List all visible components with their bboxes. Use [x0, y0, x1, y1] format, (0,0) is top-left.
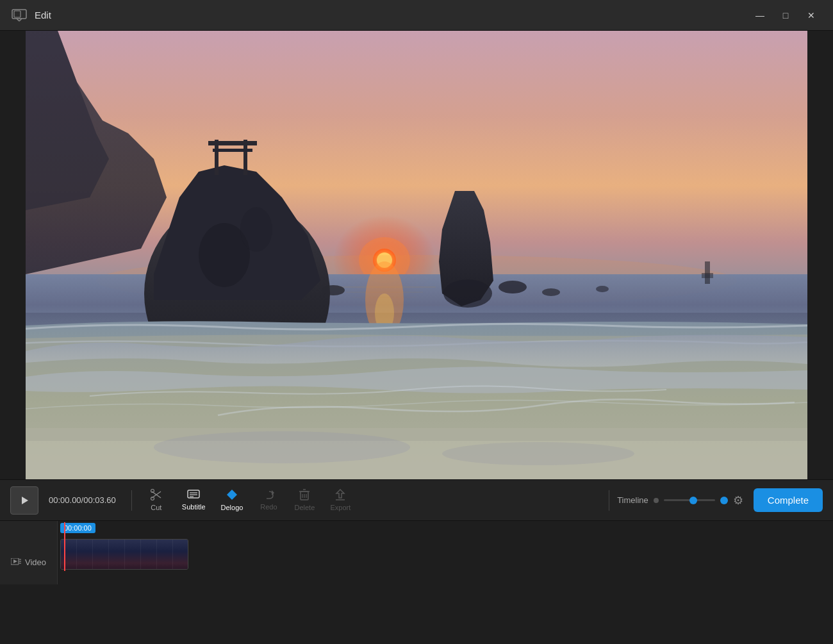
- divider-2: [609, 490, 609, 511]
- export-icon: [335, 489, 345, 502]
- timeline-dot-min: [654, 498, 659, 503]
- video-canvas: [26, 31, 807, 479]
- subtitle-tool-button[interactable]: Subtitle: [176, 485, 212, 516]
- export-label: Export: [330, 504, 351, 511]
- timeline-area: Video 00:00:00: [0, 520, 833, 584]
- window-controls: — □ ✕: [748, 6, 823, 24]
- time-ruler: 00:00:00: [58, 521, 833, 538]
- divider-1: [131, 490, 132, 511]
- svg-marker-53: [336, 490, 344, 498]
- svg-rect-24: [208, 141, 257, 145]
- window-title: Edit: [35, 10, 748, 21]
- delete-icon: [299, 489, 309, 502]
- track-label: Video: [0, 521, 58, 584]
- delogo-tool-button[interactable]: Delogo: [215, 485, 250, 516]
- complete-button[interactable]: Complete: [754, 488, 823, 512]
- minimize-button[interactable]: —: [748, 6, 771, 24]
- time-display: 00:00.00/00:03.60: [49, 495, 116, 505]
- maximize-button[interactable]: □: [774, 6, 797, 24]
- video-clip[interactable]: [60, 539, 188, 570]
- svg-rect-33: [702, 273, 713, 278]
- timeline-slider[interactable]: [664, 499, 715, 501]
- subtitle-icon: [187, 490, 200, 502]
- video-frame: [26, 31, 807, 479]
- svg-marker-36: [22, 497, 28, 504]
- svg-point-27: [443, 279, 492, 308]
- track-content: 00:00:00: [58, 521, 833, 584]
- playhead: [64, 522, 65, 571]
- redo-icon: [263, 490, 274, 502]
- timeline-gear-icon[interactable]: ⚙: [733, 493, 743, 508]
- subtitle-label: Subtitle: [182, 503, 206, 511]
- timeline-slider-thumb: [689, 497, 697, 504]
- cut-label: Cut: [151, 504, 161, 511]
- title-bar: Edit — □ ✕: [0, 0, 833, 31]
- delogo-label: Delogo: [221, 504, 243, 511]
- redo-tool-button[interactable]: Redo: [252, 485, 285, 516]
- svg-marker-45: [227, 490, 237, 500]
- svg-rect-32: [705, 261, 710, 284]
- video-area: [26, 31, 807, 479]
- cut-icon: [151, 489, 162, 502]
- clip-thumb-inner: [61, 540, 188, 569]
- svg-point-28: [322, 285, 345, 295]
- delete-label: Delete: [294, 504, 315, 511]
- close-button[interactable]: ✕: [800, 6, 823, 24]
- toolbar: 00:00.00/00:03.60 Cut Subtitle: [0, 479, 833, 520]
- export-tool-button[interactable]: Export: [324, 485, 357, 516]
- timeline-dot-max: [720, 497, 728, 504]
- svg-point-30: [542, 288, 560, 296]
- delogo-icon: [226, 489, 238, 502]
- svg-rect-1: [14, 11, 21, 17]
- app-icon: [10, 8, 28, 22]
- play-button[interactable]: [10, 486, 38, 515]
- redo-label: Redo: [260, 503, 277, 511]
- svg-point-35: [442, 442, 634, 465]
- track-strip: [60, 539, 833, 571]
- svg-point-21: [240, 207, 272, 252]
- time-marker: 00:00:00: [60, 523, 95, 533]
- clip-thumbnail: [61, 540, 188, 569]
- svg-marker-56: [13, 559, 17, 563]
- timeline-label: Timeline: [617, 495, 648, 505]
- svg-point-29: [499, 281, 527, 293]
- video-track-icon: [11, 558, 21, 567]
- track-name: Video: [25, 557, 46, 567]
- delete-tool-button[interactable]: Delete: [288, 485, 321, 516]
- svg-rect-25: [213, 149, 252, 152]
- cut-tool-button[interactable]: Cut: [140, 485, 173, 516]
- svg-point-34: [154, 431, 410, 463]
- svg-point-31: [596, 286, 609, 292]
- timeline-controls: Timeline ⚙: [617, 493, 743, 508]
